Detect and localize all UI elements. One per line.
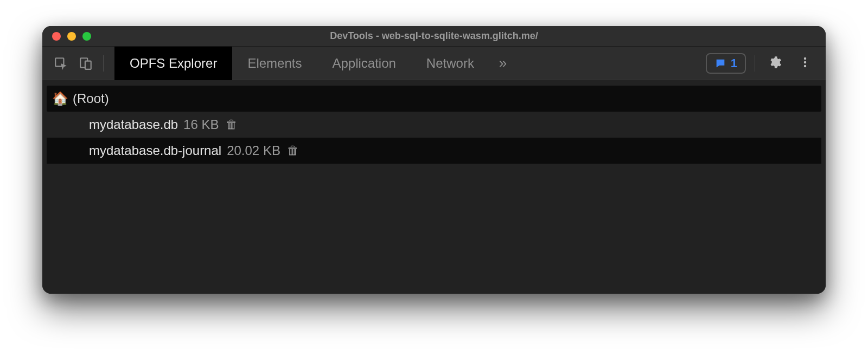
svg-rect-2	[85, 61, 91, 69]
tab-application[interactable]: Application	[317, 47, 411, 80]
tree-root[interactable]: 🏠 (Root)	[47, 86, 821, 112]
file-row[interactable]: mydatabase.db-journal 20.02 KB 🗑	[47, 138, 821, 164]
tab-elements[interactable]: Elements	[232, 47, 317, 80]
traffic-lights	[42, 32, 91, 41]
svg-point-4	[804, 61, 806, 63]
separator	[755, 55, 755, 72]
separator	[103, 55, 104, 72]
more-tabs-button[interactable]: »	[489, 55, 516, 72]
opfs-explorer-panel: 🏠 (Root) mydatabase.db 16 KB 🗑 mydatabas…	[42, 80, 826, 294]
tab-opfs-explorer[interactable]: OPFS Explorer	[114, 47, 232, 80]
file-row[interactable]: mydatabase.db 16 KB 🗑	[47, 112, 821, 138]
file-name: mydatabase.db-journal	[89, 143, 221, 158]
tab-network[interactable]: Network	[411, 47, 489, 80]
issues-badge[interactable]: 1	[706, 53, 746, 74]
delete-file-button[interactable]: 🗑	[226, 118, 238, 132]
tabstrip: OPFS Explorer Elements Application Netwo…	[42, 47, 826, 80]
maximize-window-button[interactable]	[82, 32, 91, 41]
file-name: mydatabase.db	[89, 117, 178, 132]
issues-count: 1	[731, 56, 737, 70]
trash-icon: 🗑	[287, 144, 299, 157]
devtools-window: DevTools - web-sql-to-sqlite-wasm.glitch…	[42, 26, 826, 294]
gear-icon	[768, 55, 782, 72]
kebab-icon	[799, 56, 812, 71]
svg-point-3	[804, 57, 806, 59]
more-options-button[interactable]	[794, 53, 816, 74]
root-label: (Root)	[73, 91, 109, 106]
file-size: 16 KB	[183, 117, 219, 132]
settings-button[interactable]	[764, 53, 786, 74]
home-icon: 🏠	[52, 91, 68, 106]
minimize-window-button[interactable]	[67, 32, 76, 41]
trash-icon: 🗑	[226, 118, 238, 131]
inspect-element-icon[interactable]	[50, 53, 72, 74]
svg-point-5	[804, 64, 806, 67]
file-size: 20.02 KB	[227, 143, 280, 158]
toolbar-right: 1	[706, 53, 820, 74]
close-window-button[interactable]	[52, 32, 61, 41]
device-toolbar-icon[interactable]	[75, 53, 97, 74]
delete-file-button[interactable]: 🗑	[287, 144, 299, 158]
chat-icon	[714, 57, 726, 69]
window-title: DevTools - web-sql-to-sqlite-wasm.glitch…	[42, 30, 826, 42]
toolbar-left	[42, 53, 114, 74]
titlebar: DevTools - web-sql-to-sqlite-wasm.glitch…	[42, 26, 826, 47]
